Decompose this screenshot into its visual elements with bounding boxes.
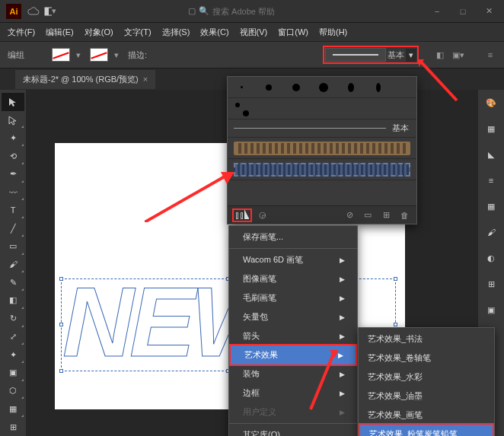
tab-title: 未标题-2* @ 100% (RGB/预览) <box>23 74 139 85</box>
mesh-tool[interactable]: ⊞ <box>2 418 24 436</box>
style-icon[interactable]: ▣▾ <box>452 49 464 61</box>
brush-library-icon[interactable]: ⫿⫿◣ <box>232 208 252 222</box>
stroke-swatch[interactable] <box>90 48 108 62</box>
submenu-watercolor[interactable]: 艺术效果_水彩 <box>359 368 494 387</box>
document-tab[interactable]: 未标题-2* @ 100% (RGB/预览) × <box>15 70 155 89</box>
menubar: 文件(F) 编辑(E) 对象(O) 文字(T) 选择(S) 效果(C) 视图(V… <box>0 23 504 41</box>
layout-icon[interactable]: ▾ <box>44 5 56 18</box>
rectangle-tool[interactable]: ▭ <box>2 237 24 256</box>
selection-tool[interactable] <box>2 93 24 111</box>
brush-basic-row[interactable]: 基本 <box>228 119 416 138</box>
brushes-panel-icon[interactable]: 🖌 <box>481 222 501 242</box>
menu-help[interactable]: 帮助(H) <box>314 24 352 40</box>
menu-bristle-brush[interactable]: 毛刷画笔▶ <box>229 288 357 307</box>
menu-view[interactable]: 视图(V) <box>235 24 273 40</box>
brush-pattern-2[interactable] <box>228 159 416 180</box>
align-panel-icon[interactable]: ⊞ <box>481 274 501 294</box>
menu-object[interactable]: 对象(O) <box>80 24 118 40</box>
swatches-panel-icon[interactable]: ▦ <box>481 119 501 138</box>
minimize-button[interactable]: − <box>428 4 446 19</box>
submenu-chalk[interactable]: 艺术效果_粉笔炭笔铅笔 <box>359 423 494 436</box>
brushes-panel: 基本 ⫿⫿◣ ◶ ⊘ ▭ ⊞ 🗑 <box>227 76 417 224</box>
perspective-tool[interactable]: ▦ <box>2 399 24 418</box>
menu-arrows[interactable]: 箭头▶ <box>229 326 357 345</box>
magic-wand-tool[interactable]: ✦ <box>2 129 24 147</box>
menu-edit[interactable]: 编辑(E) <box>41 24 78 40</box>
menu-borders[interactable]: 边框▶ <box>229 383 357 403</box>
artistic-submenu: 艺术效果_书法 艺术效果_卷轴笔 艺术效果_水彩 艺术效果_油墨 艺术效果_画笔… <box>358 327 495 436</box>
menu-image-brush[interactable]: 图像画笔▶ <box>229 269 357 288</box>
brush-library-menu: 保存画笔... Wacom 6D 画笔▶ 图像画笔▶ 毛刷画笔▶ 矢量包▶ 箭头… <box>228 225 358 436</box>
search-icon[interactable]: 🔍 <box>199 6 209 16</box>
free-transform-tool[interactable]: ▣ <box>2 364 24 382</box>
pathfinder-panel-icon[interactable]: ▣ <box>481 300 501 320</box>
menu-window[interactable]: 窗口(W) <box>273 24 313 40</box>
submenu-ink[interactable]: 艺术效果_油墨 <box>359 387 494 406</box>
curvature-tool[interactable]: 〰 <box>2 183 24 202</box>
pen-tool[interactable]: ✒ <box>2 165 24 183</box>
cloud-icon[interactable] <box>27 5 40 18</box>
rotate-tool[interactable]: ↻ <box>2 310 24 328</box>
properties-panel-icon[interactable]: ◣ <box>481 145 501 164</box>
app-logo: Ai <box>6 4 21 19</box>
color-panel-icon[interactable]: 🎨 <box>481 93 501 113</box>
brush-stroke-selector[interactable]: 基本 ▾ <box>323 46 419 64</box>
stroke-panel-icon[interactable]: ≡ <box>481 170 501 190</box>
scale-tool[interactable]: ⤢ <box>2 328 24 346</box>
options-icon[interactable]: ▭ <box>360 208 375 222</box>
titlebar: Ai ▾ ▢ 🔍 − □ ✕ <box>0 0 504 23</box>
eraser-tool[interactable]: ◧ <box>2 291 24 310</box>
line-tool[interactable]: ╱ <box>2 219 24 237</box>
menu-vector-pack[interactable]: 矢量包▶ <box>229 307 357 326</box>
stroke-label: 描边: <box>128 49 147 61</box>
brushes-panel-footer: ⫿⫿◣ ◶ ⊘ ▭ ⊞ 🗑 <box>228 205 416 224</box>
submenu-calligraphy[interactable]: 艺术效果_书法 <box>359 329 494 348</box>
menu-artistic[interactable]: 艺术效果▶ <box>229 344 357 366</box>
new-brush-icon[interactable]: ⊞ <box>378 208 394 222</box>
direct-selection-tool[interactable] <box>2 111 24 129</box>
menu-other-library[interactable]: 其它库(O)... <box>229 425 357 436</box>
left-toolbar: ✦ ⟲ ✒ 〰 T ╱ ▭ 🖌 ✎ ◧ ↻ ⤢ ✦ ▣ ⬡ ▦ ⊞ <box>0 90 26 436</box>
width-tool[interactable]: ✦ <box>2 345 24 364</box>
menu-wacom[interactable]: Wacom 6D 画笔▶ <box>229 250 357 269</box>
lasso-tool[interactable]: ⟲ <box>2 147 24 165</box>
shaper-tool[interactable]: ✎ <box>2 273 24 291</box>
menu-select[interactable]: 选择(S) <box>158 24 195 40</box>
menu-effect[interactable]: 效果(C) <box>196 24 233 40</box>
paintbrush-tool[interactable]: 🖌 <box>2 256 24 274</box>
control-bar: 编组 ▾ ▾ 描边: 基本 ▾ ◧ ▣▾ ≡ <box>0 41 504 68</box>
shape-builder-tool[interactable]: ⬡ <box>2 382 24 400</box>
brush-dual-row[interactable] <box>228 98 416 119</box>
submenu-paintbrush[interactable]: 艺术效果_画笔 <box>359 406 494 425</box>
align-icon[interactable]: ≡ <box>484 49 496 61</box>
symbols-panel-icon[interactable]: ▦ <box>481 196 501 216</box>
type-tool[interactable]: T <box>2 201 24 219</box>
menu-user-defined: 用户定义▶ <box>229 403 357 422</box>
menu-save-brush[interactable]: 保存画笔... <box>229 228 357 247</box>
transparency-panel-icon[interactable]: ◐ <box>481 248 501 268</box>
stroke-dropdown[interactable]: ▾ <box>114 50 122 60</box>
opacity-icon[interactable]: ◧ <box>434 49 446 61</box>
libraries-icon[interactable]: ◶ <box>255 208 270 222</box>
menu-file[interactable]: 文件(F) <box>3 24 40 40</box>
fill-dropdown[interactable]: ▾ <box>76 50 84 60</box>
maximize-button[interactable]: □ <box>454 4 472 19</box>
brush-pattern-1[interactable] <box>228 138 416 159</box>
submenu-scroll[interactable]: 艺术效果_卷轴笔 <box>359 348 494 368</box>
frame-icon[interactable]: ▢ <box>188 6 196 16</box>
remove-stroke-icon[interactable]: ⊘ <box>342 208 357 222</box>
menu-type[interactable]: 文字(T) <box>120 24 156 40</box>
tab-close-icon[interactable]: × <box>143 75 148 84</box>
close-button[interactable]: ✕ <box>480 4 498 19</box>
svg-rect-1 <box>45 8 49 15</box>
fill-swatch[interactable] <box>52 48 70 62</box>
delete-brush-icon[interactable]: 🗑 <box>397 208 412 222</box>
search-input[interactable] <box>212 7 289 16</box>
brush-dots-row[interactable] <box>228 77 416 98</box>
group-label: 编组 <box>8 49 24 61</box>
menu-decorative[interactable]: 装饰▶ <box>229 364 357 383</box>
